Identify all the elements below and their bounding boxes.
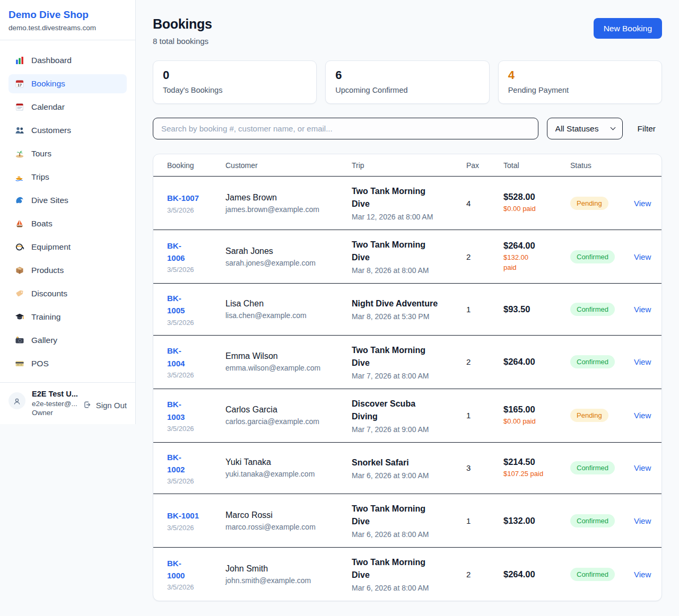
- sidebar-item-label: Products: [31, 266, 64, 275]
- status-badge: Pending: [570, 409, 608, 422]
- new-booking-button[interactable]: New Booking: [594, 18, 662, 39]
- trip-name: Snorkel Safari: [352, 456, 439, 469]
- pax-count: 1: [460, 389, 497, 442]
- booking-date: 3/5/2026: [167, 319, 213, 327]
- column-header-status: Status: [564, 154, 628, 177]
- booking-date: 3/5/2026: [167, 524, 213, 532]
- sign-out-button[interactable]: Sign Out: [83, 400, 127, 410]
- sidebar-item-gallery[interactable]: Gallery: [8, 331, 127, 350]
- total-amount: $132.00: [503, 516, 558, 526]
- trip-datetime: Mar 8, 2026 at 5:30 PM: [352, 312, 454, 321]
- filter-button[interactable]: Filter: [631, 124, 662, 134]
- sidebar-item-discounts[interactable]: Discounts: [8, 284, 127, 303]
- booking-code-link[interactable]: BK-1004: [167, 345, 193, 369]
- pax-count: 1: [460, 284, 497, 336]
- view-link[interactable]: View: [634, 463, 651, 472]
- sidebar-item-boats[interactable]: Boats: [8, 214, 127, 233]
- sidebar-item-label: Discounts: [31, 289, 67, 298]
- user-email: e2e-tester@...: [32, 400, 76, 408]
- sidebar-item-label: POS: [31, 359, 49, 368]
- status-select[interactable]: All Statuses: [547, 118, 623, 139]
- column-header-total: Total: [497, 154, 564, 177]
- view-link[interactable]: View: [634, 305, 651, 314]
- view-link[interactable]: View: [634, 252, 651, 261]
- column-header-pax: Pax: [460, 154, 497, 177]
- trip-name: Two Tank Morning Dive: [352, 344, 439, 369]
- sidebar-item-dashboard[interactable]: Dashboard: [8, 51, 127, 70]
- sidebar-item-training[interactable]: Training: [8, 307, 127, 327]
- status-badge: Confirmed: [570, 355, 615, 368]
- customer-email: yuki.tanaka@example.com: [225, 470, 339, 478]
- sidebar-item-customers[interactable]: Customers: [8, 121, 127, 140]
- booking-code-link[interactable]: BK-1005: [167, 292, 193, 317]
- view-link[interactable]: View: [634, 516, 651, 525]
- stat-cards: 0Today's Bookings6Upcoming Confirmed4Pen…: [153, 60, 662, 104]
- trip-datetime: Mar 8, 2026 at 8:00 AM: [352, 266, 454, 275]
- pax-count: 2: [460, 548, 497, 601]
- trip-name: Night Dive Adventure: [352, 297, 439, 310]
- sidebar-item-calendar[interactable]: Calendar: [8, 98, 127, 117]
- speedboat-icon: [15, 172, 24, 182]
- sidebar-item-label: Boats: [31, 219, 53, 228]
- total-amount: $264.00: [503, 357, 558, 367]
- island-icon: [15, 149, 24, 159]
- avatar: [8, 392, 25, 409]
- sidebar: Demo Dive Shop demo.test.divestreams.com…: [0, 0, 136, 424]
- table-row: BK-1001 3/5/2026 Marco Rossi marco.rossi…: [153, 494, 661, 548]
- view-link[interactable]: View: [634, 199, 651, 208]
- calendar-date-icon: 17: [15, 79, 24, 89]
- booking-code-link[interactable]: BK-1003: [167, 398, 193, 423]
- view-link[interactable]: View: [634, 411, 651, 420]
- sidebar-item-label: Trips: [31, 172, 49, 182]
- sidebar-item-equipment[interactable]: Equipment: [8, 237, 127, 257]
- filter-row: All Statuses Filter: [153, 118, 662, 139]
- view-link[interactable]: View: [634, 570, 651, 579]
- stat-card: 4Pending Payment: [498, 60, 662, 104]
- sidebar-item-pos[interactable]: POS: [8, 354, 127, 373]
- sidebar-item-products[interactable]: Products: [8, 261, 127, 280]
- trip-datetime: Mar 7, 2026 at 8:00 AM: [352, 372, 454, 380]
- sidebar-item-dive-sites[interactable]: Dive Sites: [8, 191, 127, 210]
- tag-icon: [15, 289, 24, 298]
- view-link[interactable]: View: [634, 357, 651, 366]
- total-amount: $264.00: [503, 569, 558, 579]
- sidebar-item-tours[interactable]: Tours: [8, 144, 127, 163]
- pax-count: 2: [460, 230, 497, 284]
- total-amount: $214.50: [503, 457, 558, 467]
- main-content: Bookings 8 total bookings New Booking 0T…: [136, 0, 679, 601]
- search-input[interactable]: [153, 118, 538, 139]
- sidebar-item-trips[interactable]: Trips: [8, 168, 127, 187]
- sidebar-item-label: Dashboard: [31, 56, 72, 65]
- camera-icon: [15, 336, 24, 345]
- customer-name: Marco Rossi: [225, 511, 339, 520]
- customer-name: Yuki Tanaka: [225, 457, 339, 467]
- total-amount: $264.00: [503, 241, 558, 251]
- booking-code-link[interactable]: BK-1001: [167, 509, 199, 522]
- booking-date: 3/5/2026: [167, 477, 213, 485]
- table-row: BK-1006 3/5/2026 Sarah Jones sarah.jones…: [153, 230, 661, 284]
- booking-code-link[interactable]: BK-1002: [167, 451, 193, 476]
- page-header: Bookings 8 total bookings New Booking: [153, 16, 662, 46]
- customer-email: carlos.garcia@example.com: [225, 417, 339, 426]
- diving-mask-icon: [15, 242, 24, 252]
- sign-out-label: Sign Out: [96, 401, 127, 410]
- sidebar-item-label: Bookings: [31, 79, 65, 89]
- table-body: BK-1007 3/5/2026 James Brown james.brown…: [153, 177, 661, 601]
- sidebar-item-label: Tours: [31, 149, 51, 159]
- calendar-pad-icon: [15, 102, 24, 112]
- sidebar-item-bookings[interactable]: 17 Bookings: [8, 74, 127, 93]
- booking-date: 3/5/2026: [167, 371, 213, 379]
- paid-amount: $0.00 paid: [503, 417, 558, 427]
- pax-count: 1: [460, 494, 497, 548]
- customer-email: john.smith@example.com: [225, 576, 339, 585]
- sidebar-item-label: Equipment: [31, 242, 71, 252]
- booking-code-link[interactable]: BK-1006: [167, 240, 193, 265]
- bookings-table: BookingCustomerTripPaxTotalStatus BK-100…: [153, 154, 661, 601]
- user-info: E2E Test U... e2e-tester@... Owner: [32, 389, 76, 417]
- booking-code-link[interactable]: BK-1000: [167, 557, 193, 582]
- booking-code-link[interactable]: BK-1007: [167, 192, 199, 204]
- table-row: BK-1000 3/5/2026 John Smith john.smith@e…: [153, 548, 661, 601]
- table-row: BK-1007 3/5/2026 James Brown james.brown…: [153, 177, 661, 230]
- paid-amount: $0.00 paid: [503, 204, 558, 214]
- sidebar-item-label: Training: [31, 312, 60, 322]
